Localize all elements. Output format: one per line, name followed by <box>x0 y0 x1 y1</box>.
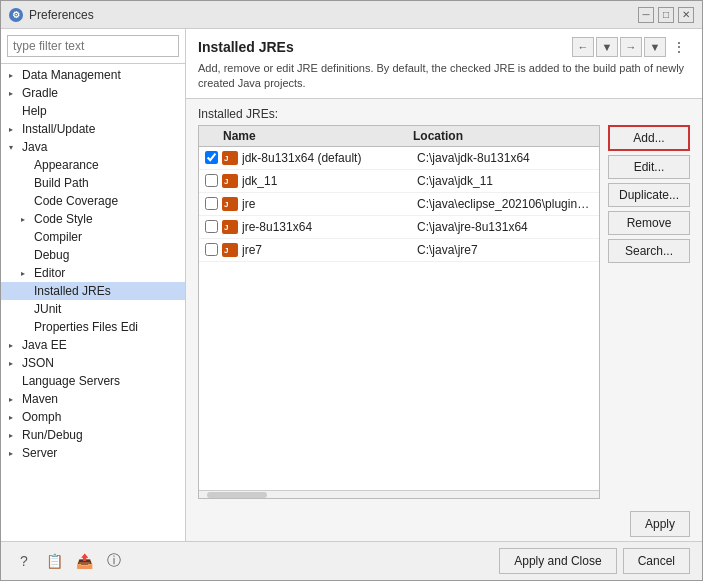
sidebar-item-compiler[interactable]: Compiler <box>1 228 185 246</box>
sidebar-label-build-path: Build Path <box>34 176 89 190</box>
sidebar-item-debug[interactable]: Debug <box>1 246 185 264</box>
sidebar-label-editor: Editor <box>34 266 65 280</box>
jre-location-jre7: C:\java\jre7 <box>417 243 593 257</box>
jre-name-jre: jre <box>242 197 417 211</box>
jre-row-jre[interactable]: JjreC:\java\eclipse_202106\plugins\o <box>199 193 599 216</box>
minimize-button[interactable]: ─ <box>638 7 654 23</box>
sidebar-label-debug: Debug <box>34 248 69 262</box>
tree-arrow-data-management: ▸ <box>9 71 19 80</box>
jre-checkbox-jdk-11[interactable] <box>205 174 218 187</box>
remove-button[interactable]: Remove <box>608 211 690 235</box>
main-header: Installed JREs ← ▼ → ▼ ⋮ Add, remove or … <box>186 29 702 99</box>
back-dropdown-button[interactable]: ▼ <box>596 37 618 57</box>
sidebar-label-code-coverage: Code Coverage <box>34 194 118 208</box>
info-icon[interactable]: ⓘ <box>103 550 125 572</box>
sidebar-label-oomph: Oomph <box>22 410 61 424</box>
maximize-button[interactable]: □ <box>658 7 674 23</box>
horizontal-scrollbar[interactable] <box>199 490 599 498</box>
apply-area: Apply <box>186 507 702 541</box>
jre-row-jre-8u131x64[interactable]: Jjre-8u131x64C:\java\jre-8u131x64 <box>199 216 599 239</box>
window-content: ▸Data Management▸GradleHelp▸Install/Upda… <box>1 29 702 541</box>
tree-arrow-java: ▾ <box>9 143 19 152</box>
sidebar-item-java-ee[interactable]: ▸Java EE <box>1 336 185 354</box>
jre-row-jre7[interactable]: Jjre7C:\java\jre7 <box>199 239 599 262</box>
bottom-right-buttons: Apply and Close Cancel <box>499 548 690 574</box>
sidebar-item-properties-files-edi[interactable]: Properties Files Edi <box>1 318 185 336</box>
sidebar-label-code-style: Code Style <box>34 212 93 226</box>
sidebar-item-oomph[interactable]: ▸Oomph <box>1 408 185 426</box>
add-button[interactable]: Add... <box>608 125 690 151</box>
sidebar-item-language-servers[interactable]: Language Servers <box>1 372 185 390</box>
sidebar-label-properties-files-edi: Properties Files Edi <box>34 320 138 334</box>
jre-label: Installed JREs: <box>198 107 690 121</box>
sidebar-item-editor[interactable]: ▸Editor <box>1 264 185 282</box>
svg-text:J: J <box>224 200 228 209</box>
jre-checkbox-jre7[interactable] <box>205 243 218 256</box>
back-button[interactable]: ← <box>572 37 594 57</box>
jre-icon-jdk-8u131x64: J <box>222 150 238 166</box>
sidebar-item-server[interactable]: ▸Server <box>1 444 185 462</box>
sidebar-item-java[interactable]: ▾Java <box>1 138 185 156</box>
app-icon: ⚙ <box>9 8 23 22</box>
sidebar-item-junit[interactable]: JUnit <box>1 300 185 318</box>
sidebar-item-run-debug[interactable]: ▸Run/Debug <box>1 426 185 444</box>
sidebar-label-gradle: Gradle <box>22 86 58 100</box>
jre-row-jdk-8u131x64[interactable]: Jjdk-8u131x64 (default)C:\java\jdk-8u131… <box>199 147 599 170</box>
search-button[interactable]: Search... <box>608 239 690 263</box>
tree: ▸Data Management▸GradleHelp▸Install/Upda… <box>1 64 185 541</box>
tree-arrow-code-style: ▸ <box>21 215 31 224</box>
main-panel-wrapper: Installed JREs ← ▼ → ▼ ⋮ Add, remove or … <box>186 29 702 541</box>
tree-arrow-install-update: ▸ <box>9 125 19 134</box>
sidebar-item-installed-jres[interactable]: Installed JREs <box>1 282 185 300</box>
svg-text:J: J <box>224 246 228 255</box>
tree-arrow-gradle: ▸ <box>9 89 19 98</box>
sidebar-item-gradle[interactable]: ▸Gradle <box>1 84 185 102</box>
sidebar-label-data-management: Data Management <box>22 68 121 82</box>
forward-button[interactable]: → <box>620 37 642 57</box>
bottom-left-icons: ? 📋 📤 ⓘ <box>13 550 125 572</box>
jre-checkbox-jre-8u131x64[interactable] <box>205 220 218 233</box>
tree-arrow-editor: ▸ <box>21 269 31 278</box>
more-button[interactable]: ⋮ <box>668 37 690 57</box>
svg-text:J: J <box>224 154 228 163</box>
jre-rows: Jjdk-8u131x64 (default)C:\java\jdk-8u131… <box>199 147 599 262</box>
main-panel: Installed JREs ← ▼ → ▼ ⋮ Add, remove or … <box>186 29 702 541</box>
sidebar-item-code-coverage[interactable]: Code Coverage <box>1 192 185 210</box>
sidebar-item-code-style[interactable]: ▸Code Style <box>1 210 185 228</box>
duplicate-button[interactable]: Duplicate... <box>608 183 690 207</box>
title-bar-left: ⚙ Preferences <box>9 8 94 22</box>
jre-row-jdk-11[interactable]: Jjdk_11C:\java\jdk_11 <box>199 170 599 193</box>
jre-checkbox-jdk-8u131x64[interactable] <box>205 151 218 164</box>
col-name-header: Name <box>223 129 413 143</box>
jre-icon-jre-8u131x64: J <box>222 219 238 235</box>
apply-button[interactable]: Apply <box>630 511 690 537</box>
svg-text:J: J <box>224 223 228 232</box>
bottom-bar: ? 📋 📤 ⓘ Apply and Close Cancel <box>1 541 702 580</box>
sidebar-item-install-update[interactable]: ▸Install/Update <box>1 120 185 138</box>
edit-button[interactable]: Edit... <box>608 155 690 179</box>
sidebar-item-help[interactable]: Help <box>1 102 185 120</box>
sidebar-item-data-management[interactable]: ▸Data Management <box>1 66 185 84</box>
jre-name-jdk-11: jdk_11 <box>242 174 417 188</box>
sidebar-item-maven[interactable]: ▸Maven <box>1 390 185 408</box>
cancel-button[interactable]: Cancel <box>623 548 690 574</box>
jre-name-jre7: jre7 <box>242 243 417 257</box>
sidebar-item-appearance[interactable]: Appearance <box>1 156 185 174</box>
sidebar-label-java-ee: Java EE <box>22 338 67 352</box>
import-prefs-icon[interactable]: 📤 <box>73 550 95 572</box>
tree-arrow-oomph: ▸ <box>9 413 19 422</box>
close-button[interactable]: ✕ <box>678 7 694 23</box>
jre-location-jdk-11: C:\java\jdk_11 <box>417 174 593 188</box>
forward-dropdown-button[interactable]: ▼ <box>644 37 666 57</box>
jre-checkbox-jre[interactable] <box>205 197 218 210</box>
sidebar-item-build-path[interactable]: Build Path <box>1 174 185 192</box>
sidebar-label-install-update: Install/Update <box>22 122 95 136</box>
sidebar-label-json: JSON <box>22 356 54 370</box>
apply-close-button[interactable]: Apply and Close <box>499 548 616 574</box>
jre-name-jdk-8u131x64: jdk-8u131x64 (default) <box>242 151 417 165</box>
filter-input[interactable] <box>7 35 179 57</box>
help-icon[interactable]: ? <box>13 550 35 572</box>
export-prefs-icon[interactable]: 📋 <box>43 550 65 572</box>
jre-icon-jre: J <box>222 196 238 212</box>
sidebar-item-json[interactable]: ▸JSON <box>1 354 185 372</box>
